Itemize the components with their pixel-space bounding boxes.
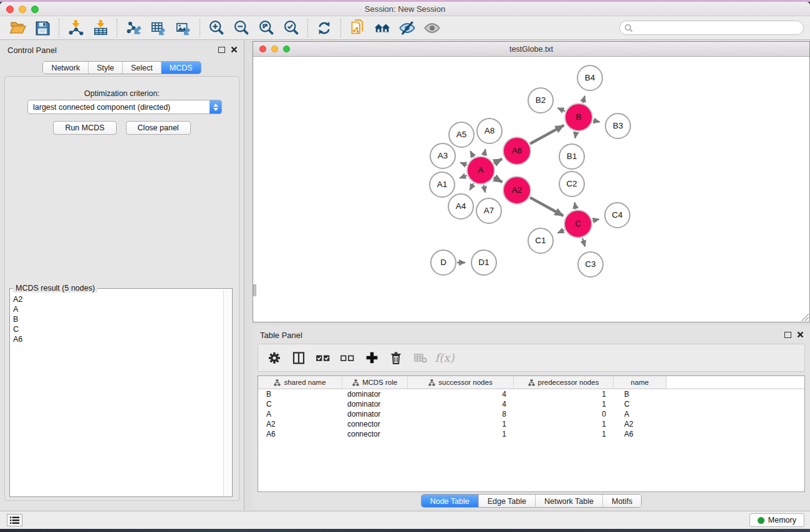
column-header-shared-name[interactable]: shared name [258,376,342,389]
close-panel-icon[interactable] [231,46,238,53]
graph-node-B3[interactable]: B3 [605,113,631,139]
import-table-button[interactable] [88,18,113,38]
close-table-panel-icon[interactable] [797,331,804,338]
graph-node-A6[interactable]: A6 [503,137,531,165]
table-row[interactable]: Adominator80A [258,409,804,419]
edge-C-C3[interactable] [582,238,585,246]
graph-node-C4[interactable]: C4 [604,202,630,228]
tab-edge-table[interactable]: Edge Table [478,495,535,507]
graph-node-B2[interactable]: B2 [528,87,554,114]
graph-node-A[interactable]: A [466,156,495,185]
graph-node-B4[interactable]: B4 [577,65,603,91]
column-header-name[interactable]: name [614,376,667,389]
edge-A-A7[interactable] [484,185,485,193]
edge-B-B1[interactable] [575,132,576,138]
run-mcds-button[interactable]: Run MCDS [53,121,116,135]
hide-selected-button[interactable] [395,18,420,38]
save-session-button[interactable] [30,18,55,38]
table-row[interactable]: Bdominator41B [258,389,804,399]
export-table-button[interactable] [146,18,171,38]
column-header-mcds-role[interactable]: MCDS role [342,376,408,389]
edge-A-A5[interactable] [470,151,473,157]
table-row[interactable]: A6connector11A6 [258,429,804,439]
export-network-button[interactable] [121,18,146,38]
column-header-successor-nodes[interactable]: successor nodes [408,376,514,389]
edge-A2-C[interactable] [530,198,563,216]
edge-C-C1[interactable] [557,230,564,233]
table-options-button[interactable] [264,348,284,368]
add-column-button[interactable] [362,348,382,368]
graph-node-A3[interactable]: A3 [430,143,456,169]
delete-columns-button[interactable] [386,348,406,368]
edge-A-A8[interactable] [484,149,485,155]
toolbar-separator [307,19,308,37]
edge-A-A2[interactable] [494,178,502,182]
select-all-rows-button[interactable] [313,348,333,368]
float-panel-icon[interactable] [218,47,225,53]
deselect-all-rows-button[interactable] [337,348,357,368]
delete-table-button[interactable] [410,348,430,368]
edge-A6-B[interactable] [530,125,564,144]
export-image-button[interactable] [171,18,196,38]
zoom-in-button[interactable] [204,18,229,38]
edge-C-C2[interactable] [575,203,576,210]
function-builder-button[interactable]: f(x) [435,348,455,368]
new-session-from-network-button[interactable] [345,18,370,38]
result-scrollbar[interactable] [223,290,231,495]
column-header-predecessor-nodes[interactable]: predecessor nodes [514,376,614,389]
graph-node-A8[interactable]: A8 [476,118,503,144]
tab-network[interactable]: Network [43,62,88,74]
graph-node-B[interactable]: B [564,103,593,132]
graph-node-D[interactable]: D [430,249,456,276]
edge-C-C4[interactable] [592,220,599,221]
tab-network-table[interactable]: Network Table [535,495,602,507]
show-all-button[interactable] [420,18,445,38]
tab-select[interactable]: Select [122,62,161,74]
open-session-button[interactable] [5,18,30,38]
close-panel-button[interactable]: Close panel [126,121,191,135]
control-panel-tabs: NetworkStyleSelectMCDS [0,61,244,74]
zoom-fit-button[interactable] [254,18,279,38]
tab-node-table[interactable]: Node Table [422,495,478,507]
import-network-button[interactable] [63,18,88,38]
toolbar-separator [117,19,117,37]
memory-button[interactable]: Memory [750,513,804,527]
edge-B-B2[interactable] [557,108,565,111]
column-visibility-button[interactable] [289,348,309,368]
edge-A-A1[interactable] [460,175,466,178]
edge-A-A3[interactable] [460,163,466,165]
tab-style[interactable]: Style [88,62,122,74]
graph-node-B1[interactable]: B1 [559,143,585,170]
zoom-selected-button[interactable] [279,18,304,38]
zoom-out-button[interactable] [229,18,254,38]
graph-node-A2[interactable]: A2 [503,176,531,205]
table-row[interactable]: A2connector11A2 [258,419,804,429]
canvas-scroll-nub[interactable] [253,284,256,296]
search-input[interactable] [635,24,803,32]
window-resize-grip[interactable] [801,313,809,321]
graph-node-A4[interactable]: A4 [448,193,474,220]
graph-node-C1[interactable]: C1 [528,228,554,254]
graph-node-C[interactable]: C [564,210,592,238]
edge-B-B4[interactable] [583,96,585,103]
first-neighbors-button[interactable] [370,18,395,38]
float-table-panel-icon[interactable] [784,332,791,338]
graph-node-C3[interactable]: C3 [577,251,604,278]
graph-node-A5[interactable]: A5 [448,122,475,148]
graph-node-D1[interactable]: D1 [471,249,497,276]
graph-node-A7[interactable]: A7 [476,198,502,224]
tab-motifs[interactable]: Motifs [602,495,641,507]
graph-node-C2[interactable]: C2 [559,171,585,197]
network-canvas[interactable]: B4B2BB3A8A5A6A3B1AA1C2A2A4A7C4CC1C3DD1 [253,57,809,322]
criterion-dropdown[interactable]: largest connected component (directed) [27,100,222,114]
apply-layout-button[interactable] [312,18,337,38]
edge-B-B3[interactable] [593,120,599,122]
table-row[interactable]: Cdominator41C [258,399,804,409]
task-history-button[interactable] [7,514,22,526]
tab-mcds[interactable]: MCDS [161,62,201,74]
edge-A-A4[interactable] [470,183,474,190]
graph-node-A1[interactable]: A1 [429,172,455,198]
table-columns-icon [291,351,306,365]
search-field[interactable] [619,21,804,35]
edge-A-A6[interactable] [494,159,502,163]
